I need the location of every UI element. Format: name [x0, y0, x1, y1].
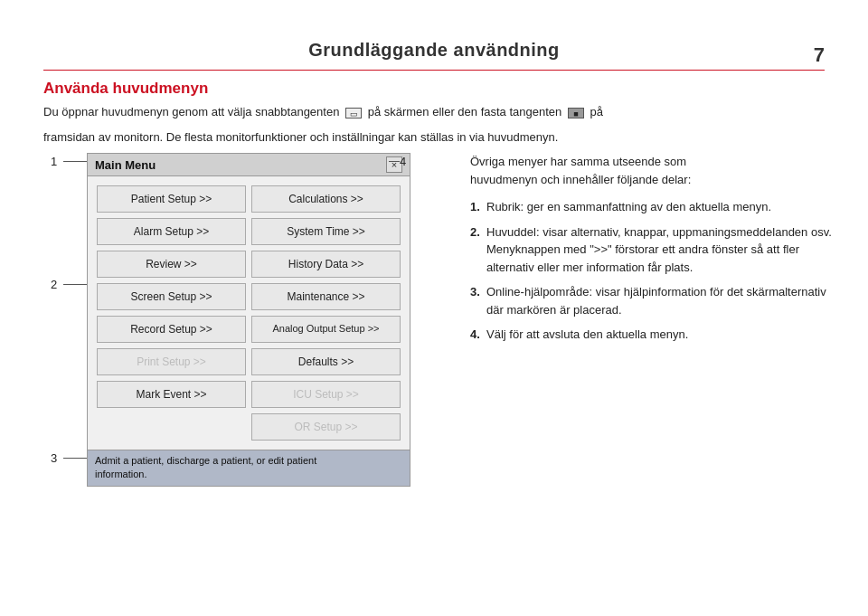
list-item-3: 3. Online-hjälpområde: visar hjälpinform…	[470, 283, 835, 318]
list-text-2: Huvuddel: visar alternativ, knappar, upp…	[486, 223, 835, 277]
list-item-2: 2. Huvuddel: visar alternativ, knappar, …	[470, 223, 835, 277]
keyboard-icon: ▭	[345, 108, 362, 118]
list-num-4: 4.	[470, 326, 486, 344]
menu-btn-calculations[interactable]: Calculations >>	[251, 185, 401, 213]
menu-grid: Patient Setup >> Calculations >> Alarm S…	[88, 176, 410, 450]
menu-btn-review[interactable]: Review >>	[97, 251, 246, 278]
main-menu-window: Main Menu × Patient Setup >> Calculation…	[87, 153, 410, 487]
marker-1: 1	[51, 155, 57, 168]
intro-text-3: på	[590, 105, 603, 118]
menu-btn-screen-setup[interactable]: Screen Setup >>	[97, 283, 246, 310]
menu-btn-record-setup[interactable]: Record Setup >>	[97, 316, 246, 343]
intro-paragraph: Du öppnar huvudmenyn genom att välja sna…	[0, 103, 868, 121]
page-number: 7	[814, 43, 825, 67]
hardkey-icon: ■	[568, 108, 584, 118]
list-num-3: 3.	[470, 283, 486, 301]
description-list: 1. Rubrik: ger en sammanfattning av den …	[470, 198, 835, 344]
intro-text-2: på skärmen eller den fasta tangenten	[368, 105, 562, 118]
status-bar: Admit a patient, discharge a patient, or…	[88, 450, 410, 486]
menu-btn-system-time[interactable]: System Time >>	[251, 218, 401, 245]
list-text-3: Online-hjälpområde: visar hjälpinformati…	[486, 283, 835, 318]
menu-btn-icu-setup[interactable]: ICU Setup >>	[251, 381, 401, 408]
section-title: Använda huvudmenyn	[0, 80, 868, 98]
list-text-4: Välj för att avsluta den aktuella menyn.	[486, 326, 688, 344]
header-title: Grundläggande användning	[0, 0, 868, 70]
intro-text-1: Du öppnar huvudmenyn genom att välja sna…	[43, 105, 339, 118]
menu-btn-or-setup[interactable]: OR Setup >>	[251, 413, 401, 441]
list-item-1: 1. Rubrik: ger en sammanfattning av den …	[470, 198, 835, 216]
window-title-text: Main Menu	[95, 158, 156, 172]
list-num-2: 2.	[470, 223, 486, 242]
list-item-4: 4. Välj för att avsluta den aktuella men…	[470, 326, 835, 344]
description-side: Övriga menyer har samma utseende som huv…	[448, 153, 835, 515]
marker-3: 3	[51, 451, 57, 465]
list-num-1: 1.	[470, 198, 486, 216]
menu-btn-history-data[interactable]: History Data >>	[251, 251, 401, 278]
list-text-1: Rubrik: ger en sammanfattning av den akt…	[486, 198, 771, 216]
marker-4: 4	[400, 155, 406, 168]
menu-btn-patient-setup[interactable]: Patient Setup >>	[97, 185, 246, 213]
menu-btn-alarm-setup[interactable]: Alarm Setup >>	[97, 218, 246, 245]
intro-paragraph-2: framsidan av monitorn. De flesta monitor…	[0, 128, 868, 147]
description-intro: Övriga menyer har samma utseende som huv…	[470, 153, 835, 189]
menu-btn-analog-output[interactable]: Analog Output Setup >>	[251, 316, 401, 343]
menu-btn-maintenance[interactable]: Maintenance >>	[251, 283, 401, 310]
menu-btn-defaults[interactable]: Defaults >>	[251, 348, 401, 375]
marker-2: 2	[51, 278, 57, 291]
menu-btn-mark-event[interactable]: Mark Event >>	[97, 381, 246, 408]
menu-btn-print-setup[interactable]: Print Setup >>	[97, 348, 246, 375]
description-intro-text: Övriga menyer har samma utseende som huv…	[470, 153, 835, 189]
window-titlebar: Main Menu ×	[88, 154, 410, 176]
